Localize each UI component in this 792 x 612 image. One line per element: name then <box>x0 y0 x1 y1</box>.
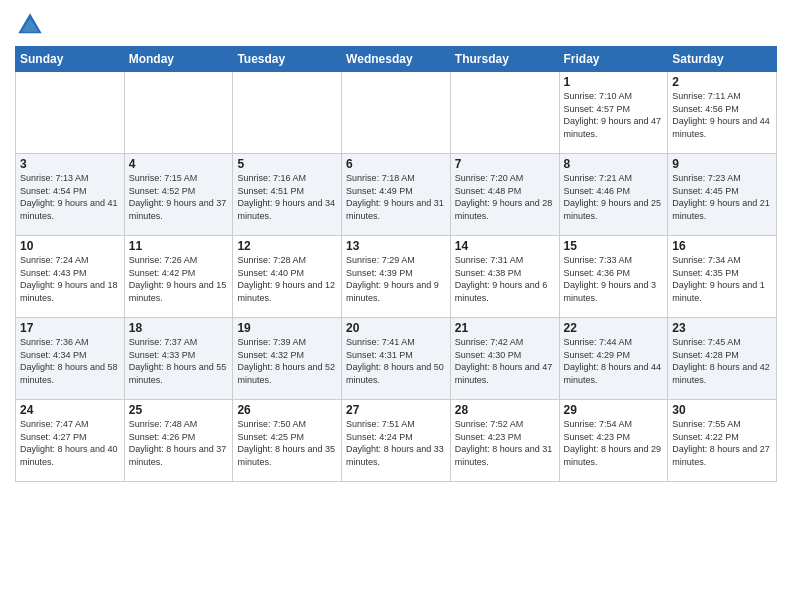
day-number: 4 <box>129 157 229 171</box>
calendar-cell: 21Sunrise: 7:42 AMSunset: 4:30 PMDayligh… <box>450 318 559 400</box>
calendar-cell: 8Sunrise: 7:21 AMSunset: 4:46 PMDaylight… <box>559 154 668 236</box>
day-info: Sunrise: 7:39 AMSunset: 4:32 PMDaylight:… <box>237 336 337 386</box>
day-number: 10 <box>20 239 120 253</box>
logo <box>15 10 49 40</box>
calendar-cell: 10Sunrise: 7:24 AMSunset: 4:43 PMDayligh… <box>16 236 125 318</box>
day-number: 3 <box>20 157 120 171</box>
day-number: 9 <box>672 157 772 171</box>
day-info: Sunrise: 7:33 AMSunset: 4:36 PMDaylight:… <box>564 254 664 304</box>
day-number: 22 <box>564 321 664 335</box>
calendar-cell: 14Sunrise: 7:31 AMSunset: 4:38 PMDayligh… <box>450 236 559 318</box>
day-number: 21 <box>455 321 555 335</box>
day-info: Sunrise: 7:45 AMSunset: 4:28 PMDaylight:… <box>672 336 772 386</box>
day-info: Sunrise: 7:18 AMSunset: 4:49 PMDaylight:… <box>346 172 446 222</box>
day-number: 15 <box>564 239 664 253</box>
calendar-week-2: 3Sunrise: 7:13 AMSunset: 4:54 PMDaylight… <box>16 154 777 236</box>
calendar-cell: 22Sunrise: 7:44 AMSunset: 4:29 PMDayligh… <box>559 318 668 400</box>
col-wednesday: Wednesday <box>342 47 451 72</box>
calendar-cell: 29Sunrise: 7:54 AMSunset: 4:23 PMDayligh… <box>559 400 668 482</box>
calendar-cell: 3Sunrise: 7:13 AMSunset: 4:54 PMDaylight… <box>16 154 125 236</box>
calendar-cell: 4Sunrise: 7:15 AMSunset: 4:52 PMDaylight… <box>124 154 233 236</box>
calendar: Sunday Monday Tuesday Wednesday Thursday… <box>15 46 777 482</box>
calendar-cell: 18Sunrise: 7:37 AMSunset: 4:33 PMDayligh… <box>124 318 233 400</box>
day-number: 14 <box>455 239 555 253</box>
day-number: 20 <box>346 321 446 335</box>
day-number: 2 <box>672 75 772 89</box>
day-number: 24 <box>20 403 120 417</box>
day-number: 23 <box>672 321 772 335</box>
calendar-cell: 9Sunrise: 7:23 AMSunset: 4:45 PMDaylight… <box>668 154 777 236</box>
col-thursday: Thursday <box>450 47 559 72</box>
day-info: Sunrise: 7:42 AMSunset: 4:30 PMDaylight:… <box>455 336 555 386</box>
day-number: 8 <box>564 157 664 171</box>
day-info: Sunrise: 7:26 AMSunset: 4:42 PMDaylight:… <box>129 254 229 304</box>
day-info: Sunrise: 7:55 AMSunset: 4:22 PMDaylight:… <box>672 418 772 468</box>
day-info: Sunrise: 7:11 AMSunset: 4:56 PMDaylight:… <box>672 90 772 140</box>
calendar-cell: 7Sunrise: 7:20 AMSunset: 4:48 PMDaylight… <box>450 154 559 236</box>
calendar-cell <box>124 72 233 154</box>
day-info: Sunrise: 7:47 AMSunset: 4:27 PMDaylight:… <box>20 418 120 468</box>
day-info: Sunrise: 7:54 AMSunset: 4:23 PMDaylight:… <box>564 418 664 468</box>
day-info: Sunrise: 7:44 AMSunset: 4:29 PMDaylight:… <box>564 336 664 386</box>
day-number: 5 <box>237 157 337 171</box>
header-row: Sunday Monday Tuesday Wednesday Thursday… <box>16 47 777 72</box>
day-info: Sunrise: 7:31 AMSunset: 4:38 PMDaylight:… <box>455 254 555 304</box>
header <box>15 10 777 40</box>
day-info: Sunrise: 7:48 AMSunset: 4:26 PMDaylight:… <box>129 418 229 468</box>
day-info: Sunrise: 7:41 AMSunset: 4:31 PMDaylight:… <box>346 336 446 386</box>
col-tuesday: Tuesday <box>233 47 342 72</box>
calendar-cell: 12Sunrise: 7:28 AMSunset: 4:40 PMDayligh… <box>233 236 342 318</box>
calendar-week-4: 17Sunrise: 7:36 AMSunset: 4:34 PMDayligh… <box>16 318 777 400</box>
day-number: 30 <box>672 403 772 417</box>
day-number: 16 <box>672 239 772 253</box>
day-info: Sunrise: 7:36 AMSunset: 4:34 PMDaylight:… <box>20 336 120 386</box>
day-number: 25 <box>129 403 229 417</box>
day-info: Sunrise: 7:51 AMSunset: 4:24 PMDaylight:… <box>346 418 446 468</box>
day-info: Sunrise: 7:23 AMSunset: 4:45 PMDaylight:… <box>672 172 772 222</box>
calendar-cell: 28Sunrise: 7:52 AMSunset: 4:23 PMDayligh… <box>450 400 559 482</box>
day-info: Sunrise: 7:52 AMSunset: 4:23 PMDaylight:… <box>455 418 555 468</box>
day-info: Sunrise: 7:29 AMSunset: 4:39 PMDaylight:… <box>346 254 446 304</box>
col-sunday: Sunday <box>16 47 125 72</box>
day-number: 12 <box>237 239 337 253</box>
calendar-cell: 30Sunrise: 7:55 AMSunset: 4:22 PMDayligh… <box>668 400 777 482</box>
day-info: Sunrise: 7:13 AMSunset: 4:54 PMDaylight:… <box>20 172 120 222</box>
calendar-cell: 17Sunrise: 7:36 AMSunset: 4:34 PMDayligh… <box>16 318 125 400</box>
calendar-cell: 20Sunrise: 7:41 AMSunset: 4:31 PMDayligh… <box>342 318 451 400</box>
col-monday: Monday <box>124 47 233 72</box>
day-info: Sunrise: 7:10 AMSunset: 4:57 PMDaylight:… <box>564 90 664 140</box>
day-number: 17 <box>20 321 120 335</box>
col-saturday: Saturday <box>668 47 777 72</box>
col-friday: Friday <box>559 47 668 72</box>
day-number: 28 <box>455 403 555 417</box>
day-info: Sunrise: 7:24 AMSunset: 4:43 PMDaylight:… <box>20 254 120 304</box>
day-number: 11 <box>129 239 229 253</box>
day-info: Sunrise: 7:21 AMSunset: 4:46 PMDaylight:… <box>564 172 664 222</box>
calendar-cell: 1Sunrise: 7:10 AMSunset: 4:57 PMDaylight… <box>559 72 668 154</box>
calendar-cell: 6Sunrise: 7:18 AMSunset: 4:49 PMDaylight… <box>342 154 451 236</box>
calendar-cell: 24Sunrise: 7:47 AMSunset: 4:27 PMDayligh… <box>16 400 125 482</box>
calendar-cell: 15Sunrise: 7:33 AMSunset: 4:36 PMDayligh… <box>559 236 668 318</box>
day-number: 18 <box>129 321 229 335</box>
calendar-cell: 23Sunrise: 7:45 AMSunset: 4:28 PMDayligh… <box>668 318 777 400</box>
calendar-cell: 27Sunrise: 7:51 AMSunset: 4:24 PMDayligh… <box>342 400 451 482</box>
logo-icon <box>15 10 45 40</box>
calendar-cell: 11Sunrise: 7:26 AMSunset: 4:42 PMDayligh… <box>124 236 233 318</box>
calendar-cell <box>16 72 125 154</box>
calendar-cell: 13Sunrise: 7:29 AMSunset: 4:39 PMDayligh… <box>342 236 451 318</box>
calendar-week-5: 24Sunrise: 7:47 AMSunset: 4:27 PMDayligh… <box>16 400 777 482</box>
day-number: 27 <box>346 403 446 417</box>
day-info: Sunrise: 7:28 AMSunset: 4:40 PMDaylight:… <box>237 254 337 304</box>
day-number: 26 <box>237 403 337 417</box>
day-info: Sunrise: 7:15 AMSunset: 4:52 PMDaylight:… <box>129 172 229 222</box>
day-info: Sunrise: 7:16 AMSunset: 4:51 PMDaylight:… <box>237 172 337 222</box>
calendar-cell: 2Sunrise: 7:11 AMSunset: 4:56 PMDaylight… <box>668 72 777 154</box>
calendar-cell <box>233 72 342 154</box>
day-number: 19 <box>237 321 337 335</box>
day-info: Sunrise: 7:50 AMSunset: 4:25 PMDaylight:… <box>237 418 337 468</box>
day-info: Sunrise: 7:37 AMSunset: 4:33 PMDaylight:… <box>129 336 229 386</box>
calendar-cell: 26Sunrise: 7:50 AMSunset: 4:25 PMDayligh… <box>233 400 342 482</box>
calendar-cell <box>342 72 451 154</box>
day-info: Sunrise: 7:34 AMSunset: 4:35 PMDaylight:… <box>672 254 772 304</box>
page: Sunday Monday Tuesday Wednesday Thursday… <box>0 0 792 612</box>
